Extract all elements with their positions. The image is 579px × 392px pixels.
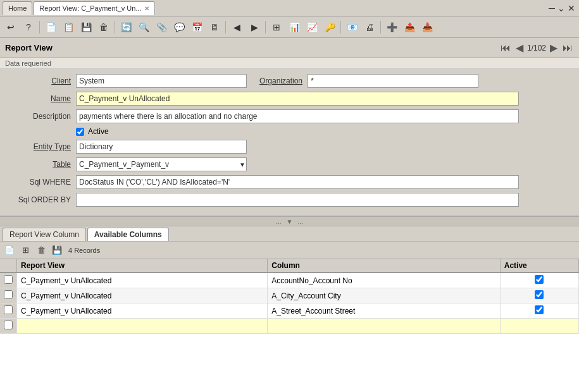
- copy-btn[interactable]: 📋: [60, 19, 77, 35]
- client-org-row: Client Organization: [8, 74, 571, 88]
- bottom-panel: Report View Column Available Columns 📄 ⊞…: [0, 226, 579, 392]
- col-active-header[interactable]: Active: [500, 259, 578, 273]
- description-input[interactable]: [76, 109, 519, 123]
- table-container: Report View Column Active C_Payment_v Un…: [0, 259, 579, 392]
- find-btn[interactable]: 🔍: [135, 19, 152, 35]
- report-btn[interactable]: 📈: [304, 19, 320, 35]
- org-input[interactable]: [308, 74, 478, 88]
- table-row: C_Payment_v UnAllocated A_City_Account C…: [0, 288, 579, 303]
- cell-active-1: [500, 273, 578, 288]
- prev-btn[interactable]: ◀: [228, 19, 245, 35]
- window-close-icon[interactable]: ✕: [568, 3, 575, 13]
- sql-order-row: Sql ORDER BY: [8, 193, 571, 207]
- row-checkbox-4[interactable]: [4, 321, 13, 329]
- attach-btn[interactable]: 📎: [153, 19, 170, 35]
- table-row: Table C_Payment_v_Payment_v ▼: [8, 157, 571, 171]
- print-btn[interactable]: 🖨: [361, 19, 378, 35]
- splitter: ... ▼ ...: [0, 216, 579, 226]
- chat-btn[interactable]: 💬: [171, 19, 187, 35]
- tab-bar: Home Report View: C_Payment_v Un... ✕ ─ …: [0, 0, 579, 16]
- refresh-btn[interactable]: 🔄: [118, 19, 134, 35]
- cal-btn[interactable]: 📅: [189, 19, 205, 35]
- tab-report-view-column[interactable]: Report View Column: [3, 228, 86, 241]
- table-body: C_Payment_v UnAllocated AccountNo_Accoun…: [0, 273, 579, 334]
- table-header-row: Report View Column Active: [0, 259, 579, 273]
- table-select-wrapper: C_Payment_v_Payment_v ▼: [76, 157, 247, 171]
- save-btn[interactable]: 💾: [78, 19, 94, 35]
- last-record-btn[interactable]: ⏭: [561, 41, 574, 55]
- window-restore-icon[interactable]: ⌄: [557, 3, 565, 13]
- back-btn[interactable]: ↩: [3, 19, 19, 35]
- description-row: Description: [8, 109, 571, 123]
- active-check-3[interactable]: [535, 305, 544, 314]
- active-checkbox[interactable]: [76, 128, 84, 136]
- key-btn[interactable]: 🔑: [321, 19, 338, 35]
- new-btn[interactable]: 📄: [42, 19, 59, 35]
- grid-btn[interactable]: ⊞: [268, 19, 285, 35]
- sub-grid-btn[interactable]: ⊞: [18, 243, 32, 257]
- col-column-header[interactable]: Column: [268, 259, 501, 273]
- form-area: Client Organization Name Description Act…: [0, 69, 579, 216]
- add-btn[interactable]: ➕: [383, 19, 400, 35]
- row-select-4[interactable]: [0, 319, 17, 334]
- sub-save-btn[interactable]: 💾: [50, 243, 64, 257]
- cell-active-2: [500, 288, 578, 303]
- help-btn[interactable]: ?: [20, 19, 37, 35]
- splitter-dots-right: ...: [297, 218, 302, 225]
- tab-home[interactable]: Home: [3, 1, 32, 15]
- row-select-3[interactable]: [0, 303, 17, 319]
- row-checkbox-3[interactable]: [4, 305, 13, 314]
- active-check-1[interactable]: [535, 275, 544, 284]
- sql-where-label: Sql WHERE: [8, 178, 71, 187]
- record-info: 1/102: [527, 44, 546, 52]
- cell-active-3: [500, 303, 578, 319]
- next-btn[interactable]: ▶: [246, 19, 263, 35]
- col-select-header: [0, 259, 17, 273]
- delete-btn[interactable]: 🗑: [96, 19, 112, 35]
- tab-home-label: Home: [8, 4, 27, 12]
- name-row: Name: [8, 92, 571, 106]
- sub-delete-btn[interactable]: 🗑: [34, 243, 48, 257]
- bottom-tabs: Report View Column Available Columns: [0, 226, 579, 242]
- first-record-btn[interactable]: ⏮: [499, 41, 512, 55]
- splitter-arrow-down[interactable]: ▼: [287, 218, 293, 225]
- tab-report[interactable]: Report View: C_Payment_v Un... ✕: [34, 1, 154, 15]
- client-input[interactable]: [76, 74, 247, 88]
- import-btn[interactable]: 📥: [419, 19, 435, 35]
- client-label: Client: [8, 77, 71, 85]
- table-row: [0, 319, 579, 334]
- table-select[interactable]: C_Payment_v_Payment_v: [76, 157, 247, 171]
- page-title: Report View: [5, 43, 53, 52]
- org-label: Organization: [252, 77, 302, 85]
- chart-btn[interactable]: 📊: [286, 19, 302, 35]
- row-select-1[interactable]: [0, 273, 17, 288]
- sql-where-input[interactable]: [76, 175, 519, 189]
- main-toolbar: ↩ ? 📄 📋 💾 🗑 🔄 🔍 📎 💬 📅 🖥 ◀ ▶ ⊞ 📊 📈 🔑 📧 🖨 …: [0, 16, 579, 38]
- name-input[interactable]: [76, 92, 519, 106]
- data-status: Data requeried: [0, 58, 579, 69]
- export-btn[interactable]: 📤: [401, 19, 418, 35]
- next-record-btn[interactable]: ▶: [549, 40, 559, 55]
- tab-available-columns[interactable]: Available Columns: [87, 228, 169, 241]
- description-label: Description: [8, 112, 71, 121]
- row-select-2[interactable]: [0, 288, 17, 303]
- entity-type-label: Entity Type: [8, 142, 71, 151]
- col-report-view-header[interactable]: Report View: [17, 259, 268, 273]
- entity-type-input[interactable]: [76, 140, 247, 154]
- row-checkbox-1[interactable]: [4, 275, 13, 284]
- sql-order-label: Sql ORDER BY: [8, 195, 71, 204]
- email-btn[interactable]: 📧: [344, 19, 360, 35]
- active-check-2[interactable]: [535, 290, 544, 299]
- cell-column-4: [268, 319, 501, 334]
- sql-order-input[interactable]: [76, 193, 519, 207]
- screen-btn[interactable]: 🖥: [206, 19, 223, 35]
- window-minimize-icon[interactable]: ─: [549, 3, 555, 13]
- page-header: Report View ⏮ ◀ 1/102 ▶ ⏭: [0, 38, 579, 58]
- sub-new-btn[interactable]: 📄: [3, 243, 16, 257]
- cell-report-view-4: [17, 319, 268, 334]
- active-row: Active: [8, 127, 571, 136]
- row-checkbox-2[interactable]: [4, 290, 13, 299]
- tab-close-icon[interactable]: ✕: [144, 5, 149, 12]
- entity-type-row: Entity Type: [8, 140, 571, 154]
- prev-record-btn[interactable]: ◀: [514, 40, 525, 55]
